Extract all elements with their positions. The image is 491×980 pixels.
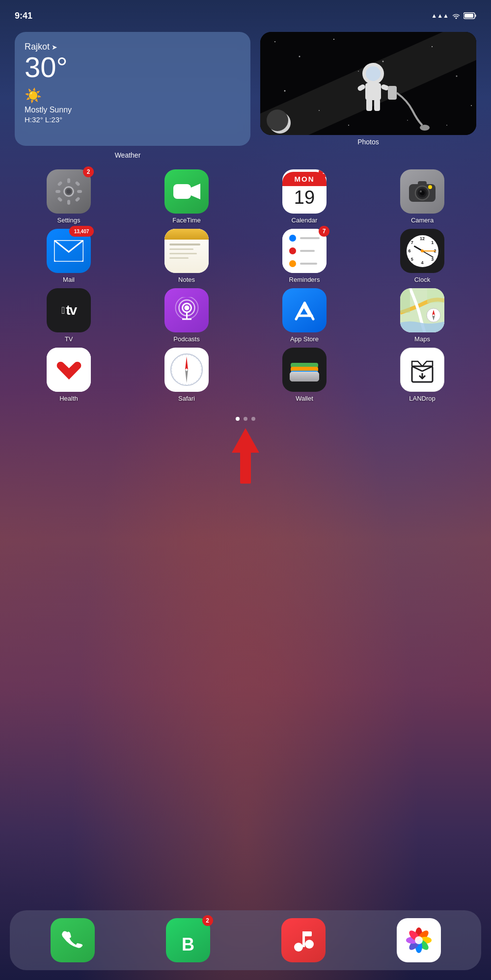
app-appstore[interactable]: App Store <box>246 288 363 343</box>
photos-widget-label: Photos <box>357 138 379 146</box>
settings-icon[interactable]: 2 <box>47 169 91 214</box>
page-dot-1[interactable] <box>236 417 240 421</box>
app-mail[interactable]: 13,407 Mail <box>10 229 128 283</box>
app-facetime[interactable]: FaceTime <box>128 169 246 224</box>
photos-svg <box>405 926 433 954</box>
dock-phone[interactable] <box>51 918 95 962</box>
battery-icon <box>464 12 476 19</box>
landrop-label: LANDrop <box>409 395 435 402</box>
calendar-icon[interactable]: MON 19 1 <box>282 169 327 214</box>
tv-icon[interactable]:  tv <box>47 288 91 332</box>
notes-icon[interactable] <box>164 229 209 273</box>
svg-rect-34 <box>77 190 82 193</box>
safari-icon[interactable] <box>164 348 209 392</box>
reminders-label: Reminders <box>289 276 320 283</box>
svg-point-5 <box>274 41 275 42</box>
app-wallet[interactable]: Wallet <box>246 348 363 402</box>
weather-condition: Mostly Sunny <box>25 106 241 114</box>
svg-rect-26 <box>366 99 372 111</box>
maps-icon[interactable] <box>400 288 444 332</box>
weather-hi-lo: H:32° L:23° <box>25 115 241 124</box>
svg-point-49 <box>428 185 432 189</box>
svg-point-84 <box>294 943 303 952</box>
svg-rect-31 <box>67 178 70 183</box>
app-settings[interactable]: 2 Settings <box>10 169 128 224</box>
calendar-label: Calendar <box>292 217 318 224</box>
reminders-icon[interactable]: 7 <box>282 229 327 273</box>
wallet-icon[interactable] <box>282 348 327 392</box>
svg-rect-35 <box>57 181 62 186</box>
svg-rect-66 <box>427 288 444 303</box>
widget-labels: Weather <box>0 151 491 160</box>
app-podcasts[interactable]: Podcasts <box>128 288 246 343</box>
mail-svg <box>54 240 83 262</box>
svg-point-20 <box>267 109 288 131</box>
arrow-indicator <box>0 428 491 482</box>
signal-icon: ▲▲▲ <box>431 12 449 19</box>
clock-label: Clock <box>414 276 431 283</box>
health-icon[interactable] <box>47 348 91 392</box>
dock-photos[interactable] <box>397 918 441 962</box>
status-bar: 9:41 ▲▲▲ <box>0 0 491 25</box>
dock-music[interactable] <box>281 918 326 962</box>
dock-whatsapp[interactable]: B 2 <box>166 918 210 962</box>
facetime-label: FaceTime <box>172 217 200 224</box>
landrop-svg <box>408 355 436 384</box>
svg-rect-65 <box>400 288 410 313</box>
podcasts-icon[interactable] <box>164 288 209 332</box>
app-safari[interactable]: Safari <box>128 348 246 402</box>
podcasts-svg <box>173 297 200 324</box>
svg-point-29 <box>420 125 430 131</box>
status-time: 9:41 <box>15 11 32 21</box>
app-calendar[interactable]: MON 19 1 Calendar <box>246 169 363 224</box>
music-icon[interactable] <box>281 918 326 962</box>
app-tv[interactable]:  tv TV <box>10 288 128 343</box>
whatsapp-icon[interactable]: B 2 <box>166 918 210 962</box>
page-dot-3[interactable] <box>251 417 255 421</box>
svg-point-9 <box>284 90 286 92</box>
phone-icon[interactable] <box>51 918 95 962</box>
app-notes[interactable]: Notes <box>128 229 246 283</box>
mail-label: Mail <box>63 276 75 283</box>
health-svg <box>55 357 82 382</box>
reminders-badge: 7 <box>319 226 329 237</box>
svg-rect-32 <box>67 200 70 205</box>
photos-widget[interactable] <box>260 32 476 135</box>
notes-label: Notes <box>178 276 195 283</box>
whatsapp-svg: B <box>174 926 202 954</box>
podcasts-label: Podcasts <box>173 335 199 343</box>
safari-svg <box>169 353 204 387</box>
facetime-svg <box>173 182 200 201</box>
clock-icon[interactable]: 12 1 2 3 4 5 6 7 <box>400 229 444 273</box>
svg-rect-41 <box>173 184 191 199</box>
camera-svg <box>408 179 436 204</box>
status-icons: ▲▲▲ <box>431 12 476 19</box>
safari-label: Safari <box>178 395 195 402</box>
svg-rect-2 <box>464 14 473 18</box>
app-health[interactable]: Health <box>10 348 128 402</box>
weather-widget[interactable]: Rajkot ➤ 30° ☀️ Mostly Sunny H:32° L:23° <box>15 32 250 146</box>
health-label: Health <box>59 395 78 402</box>
app-clock[interactable]: 12 1 2 3 4 5 6 7 Clock <box>363 229 481 283</box>
svg-rect-87 <box>302 931 312 936</box>
widgets-row: Rajkot ➤ 30° ☀️ Mostly Sunny H:32° L:23° <box>0 27 491 151</box>
photo-library-icon[interactable] <box>397 918 441 962</box>
appstore-icon[interactable] <box>282 288 327 332</box>
app-landrop[interactable]: LANDrop <box>363 348 481 402</box>
camera-icon[interactable] <box>400 169 444 214</box>
facetime-icon[interactable] <box>164 169 209 214</box>
svg-point-7 <box>333 39 334 40</box>
svg-rect-37 <box>57 196 62 202</box>
landrop-icon[interactable] <box>400 348 444 392</box>
svg-point-12 <box>456 76 458 77</box>
app-reminders[interactable]: 7 Reminders <box>246 229 363 283</box>
page-dot-2[interactable] <box>244 417 247 421</box>
svg-point-48 <box>420 191 422 192</box>
app-maps[interactable]: Maps <box>363 288 481 343</box>
clock-second-hand <box>422 250 436 251</box>
app-camera[interactable]: Camera <box>363 169 481 224</box>
mail-icon[interactable]: 13,407 <box>47 229 91 273</box>
photos-widget-container[interactable]: Photos <box>260 32 476 146</box>
settings-badge: 2 <box>83 166 94 177</box>
svg-point-16 <box>382 61 384 62</box>
